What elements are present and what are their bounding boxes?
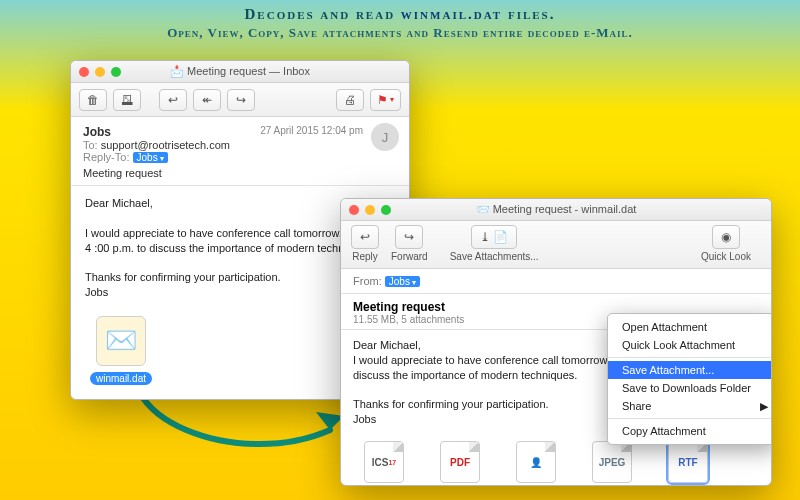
forward-button[interactable]: ↪ <box>395 225 423 249</box>
viewer-subject: Meeting request <box>353 300 759 314</box>
menu-save-attachment[interactable]: Save Attachment... <box>608 361 772 379</box>
reply-all-icon: ↞ <box>202 93 212 107</box>
reply-all-button[interactable]: ↞ <box>193 89 221 111</box>
print-button[interactable]: 🖨 <box>336 89 364 111</box>
headline-keyword: winmail.dat <box>401 6 502 22</box>
attachment-item[interactable]: 👤 Mr. Jobs.vcf <box>505 441 567 486</box>
rtf-file-icon: RTF <box>668 441 708 483</box>
forward-icon: ↪ <box>404 230 414 244</box>
from-badge[interactable]: Jobs▾ <box>385 276 420 287</box>
menu-separator <box>608 357 772 358</box>
print-icon: 🖨 <box>344 93 356 107</box>
save-attachments-button[interactable]: ⤓ 📄 <box>471 225 517 249</box>
reply-to-badge[interactable]: Jobs▾ <box>133 152 168 163</box>
headline-pre: Decodes and read <box>245 6 401 22</box>
reply-icon: ↩ <box>360 230 370 244</box>
save-icon: ⤓ 📄 <box>480 230 508 244</box>
mail-header: Jobs 27 April 2015 12:04 pm J To: suppor… <box>71 117 409 186</box>
mail-toolbar: 🗑 🗳 ↩ ↞ ↪ 🖨 ⚑▾ <box>71 83 409 117</box>
winmail-viewer-window: 📨 Meeting request - winmail.dat ↩ Reply … <box>340 198 772 486</box>
reply-to-label: Reply-To: <box>83 151 129 163</box>
flag-icon: ⚑ <box>377 93 388 107</box>
pdf-file-icon: PDF <box>440 441 480 483</box>
attachment-filename: winmail.dat <box>90 372 152 385</box>
eye-icon: ◉ <box>721 230 731 244</box>
viewer-titlebar[interactable]: 📨 Meeting request - winmail.dat <box>341 199 771 221</box>
forward-icon: ↪ <box>236 93 246 107</box>
menu-share[interactable]: Share▶ <box>608 397 772 415</box>
menu-save-to-downloads[interactable]: Save to Downloads Folder <box>608 379 772 397</box>
forward-button[interactable]: ↪ <box>227 89 255 111</box>
reply-label: Reply <box>352 251 378 262</box>
quicklook-button[interactable]: ◉ <box>712 225 740 249</box>
chevron-down-icon: ▾ <box>390 95 394 104</box>
flag-button[interactable]: ⚑▾ <box>370 89 401 111</box>
winmail-attachment[interactable]: ✉️ winmail.dat <box>85 316 157 386</box>
promo-subheadline: Open, View, Copy, Save attachments and R… <box>0 25 800 41</box>
reply-icon: ↩ <box>168 93 178 107</box>
attachment-item-selected[interactable]: RTF Report.... <box>657 441 719 486</box>
menu-quicklook-attachment[interactable]: Quick Look Attachment <box>608 336 772 354</box>
viewer-toolbar: ↩ Reply ↪ Forward ⤓ 📄 Save Attachments..… <box>341 221 771 269</box>
save-attachments-label: Save Attachments... <box>450 251 539 262</box>
mail-titlebar[interactable]: 📩 Meeting request — Inbox <box>71 61 409 83</box>
context-menu: Open Attachment Quick Look Attachment Sa… <box>607 313 772 445</box>
from-label: From: <box>353 275 382 287</box>
attachment-item[interactable]: PDF Information.pdf <box>429 441 491 486</box>
viewer-window-title: 📨 Meeting request - winmail.dat <box>341 203 771 216</box>
menu-copy-attachment[interactable]: Copy Attachment <box>608 422 772 440</box>
menu-separator <box>608 418 772 419</box>
jpg-file-icon: JPEG <box>592 441 632 483</box>
mail-subject: Meeting request <box>83 167 397 179</box>
viewer-from-line: From: Jobs▾ <box>341 269 771 294</box>
delete-button[interactable]: 🗑 <box>79 89 107 111</box>
quicklook-label: Quick Look <box>701 251 751 262</box>
to-value: support@rootrisetech.com <box>101 139 230 151</box>
junk-button[interactable]: 🗳 <box>113 89 141 111</box>
menu-open-attachment[interactable]: Open Attachment <box>608 318 772 336</box>
reply-button[interactable]: ↩ <box>159 89 187 111</box>
avatar: J <box>371 123 399 151</box>
reply-button[interactable]: ↩ <box>351 225 379 249</box>
mail-date: 27 April 2015 12:04 pm <box>260 125 363 136</box>
ics-file-icon: ICS17 <box>364 441 404 483</box>
promo-headline: Decodes and read winmail.dat files. <box>0 0 800 23</box>
headline-post: files. <box>502 6 555 22</box>
chevron-right-icon: ▶ <box>760 400 768 413</box>
junk-icon: 🗳 <box>121 93 133 107</box>
attachment-item[interactable]: JPEG Photo.jpg <box>581 441 643 486</box>
mail-window-title: 📩 Meeting request — Inbox <box>71 65 409 78</box>
winmail-icon: ✉️ <box>96 316 146 366</box>
to-label: To: <box>83 139 98 151</box>
trash-icon: 🗑 <box>87 93 99 107</box>
attachment-item[interactable]: ICS17 iCal-20140...183000.ics <box>353 441 415 486</box>
vcf-file-icon: 👤 <box>516 441 556 483</box>
forward-label: Forward <box>391 251 428 262</box>
